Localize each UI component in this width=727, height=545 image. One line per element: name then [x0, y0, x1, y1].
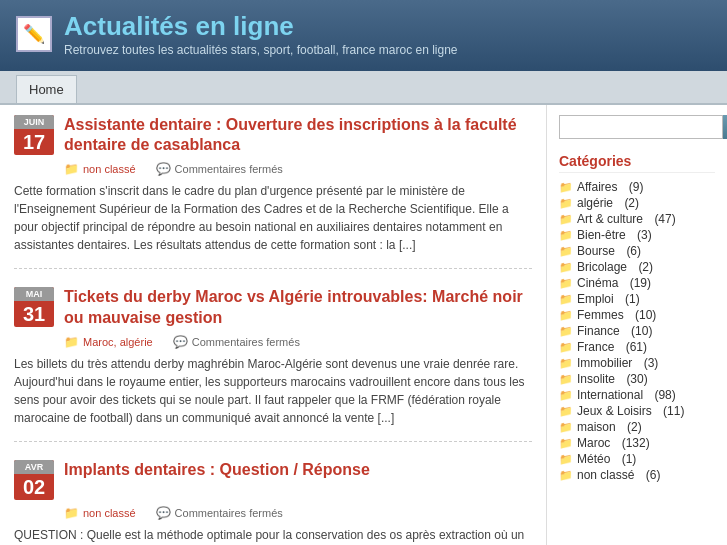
article-title-link[interactable]: Tickets du derby Maroc vs Algérie introu… [64, 288, 523, 326]
category-item: International (98) [559, 387, 715, 403]
comment-icon [173, 335, 188, 349]
category-link[interactable]: Maroc, algérie [83, 336, 153, 348]
folder-sm-icon [559, 212, 573, 226]
article-header: AVR 02 Implants dentaires : Question / R… [14, 460, 532, 500]
category-item: algérie (2) [559, 195, 715, 211]
article-meta: non classé Commentaires fermés [64, 506, 532, 520]
folder-sm-icon [559, 260, 573, 274]
category-count: (6) [646, 468, 661, 482]
folder-icon [64, 162, 79, 176]
category-link[interactable]: non classé [577, 468, 634, 482]
category-count: (2) [627, 420, 642, 434]
category-item: France (61) [559, 339, 715, 355]
article-header: JUIN 17 Assistante dentaire : Ouverture … [14, 115, 532, 157]
category-link[interactable]: Bourse [577, 244, 615, 258]
article-day: 02 [23, 476, 45, 498]
date-badge: JUIN 17 [14, 115, 54, 155]
article-category: Maroc, algérie [64, 335, 153, 349]
folder-sm-icon [559, 196, 573, 210]
category-count: (3) [637, 228, 652, 242]
category-link[interactable]: non classé [83, 163, 136, 175]
category-count: (19) [630, 276, 651, 290]
article-meta: Maroc, algérie Commentaires fermés [64, 335, 532, 349]
comment-icon [156, 162, 171, 176]
category-item: Affaires (9) [559, 179, 715, 195]
category-link[interactable]: Art & culture [577, 212, 643, 226]
article-list: JUIN 17 Assistante dentaire : Ouverture … [0, 105, 547, 545]
category-item: Jeux & Loisirs (11) [559, 403, 715, 419]
category-count: (3) [644, 356, 659, 370]
article-day: 31 [23, 303, 45, 325]
category-link[interactable]: Météo [577, 452, 610, 466]
category-count: (47) [654, 212, 675, 226]
category-link[interactable]: Immobilier [577, 356, 632, 370]
category-link[interactable]: Jeux & Loisirs [577, 404, 652, 418]
category-link[interactable]: Maroc [577, 436, 610, 450]
article-title-link[interactable]: Assistante dentaire : Ouverture des insc… [64, 116, 517, 154]
category-link[interactable]: Affaires [577, 180, 617, 194]
category-link[interactable]: Finance [577, 324, 620, 338]
article-title[interactable]: Implants dentaires : Question / Réponse [64, 460, 370, 481]
category-link[interactable]: algérie [577, 196, 613, 210]
article-meta: non classé Commentaires fermés [64, 162, 532, 176]
categories-title: Catégories [559, 153, 715, 173]
date-badge: MAI 31 [14, 287, 54, 327]
article-item: AVR 02 Implants dentaires : Question / R… [14, 460, 532, 545]
folder-sm-icon [559, 228, 573, 242]
main-wrapper: JUIN 17 Assistante dentaire : Ouverture … [0, 105, 727, 545]
category-item: Cinéma (19) [559, 275, 715, 291]
category-item: Météo (1) [559, 451, 715, 467]
comments-label: Commentaires fermés [175, 507, 283, 519]
category-item: Bourse (6) [559, 243, 715, 259]
category-link[interactable]: Bien-être [577, 228, 626, 242]
category-count: (98) [654, 388, 675, 402]
category-link[interactable]: maison [577, 420, 616, 434]
category-link[interactable]: France [577, 340, 614, 354]
category-count: (9) [629, 180, 644, 194]
search-button[interactable]: Search [723, 115, 727, 139]
main-nav: Home [0, 71, 727, 105]
comments-label: Commentaires fermés [192, 336, 300, 348]
header-text-block: Actualités en ligne Retrouvez toutes les… [64, 12, 458, 57]
article-header: MAI 31 Tickets du derby Maroc vs Algérie… [14, 287, 532, 329]
folder-sm-icon [559, 468, 573, 482]
category-item: Bricolage (2) [559, 259, 715, 275]
sidebar: Search Catégories Affaires (9)algérie (2… [547, 105, 727, 545]
article-title-link[interactable]: Implants dentaires : Question / Réponse [64, 461, 370, 478]
category-link[interactable]: Bricolage [577, 260, 627, 274]
folder-icon [64, 335, 79, 349]
category-link[interactable]: non classé [83, 507, 136, 519]
category-count: (1) [625, 292, 640, 306]
folder-sm-icon [559, 324, 573, 338]
folder-sm-icon [559, 244, 573, 258]
category-link[interactable]: Emploi [577, 292, 614, 306]
category-link[interactable]: Femmes [577, 308, 624, 322]
folder-sm-icon [559, 452, 573, 466]
folder-sm-icon [559, 372, 573, 386]
folder-sm-icon [559, 436, 573, 450]
folder-icon [64, 506, 79, 520]
category-count: (10) [635, 308, 656, 322]
category-count: (1) [622, 452, 637, 466]
folder-sm-icon [559, 308, 573, 322]
folder-sm-icon [559, 404, 573, 418]
article-body: Les billets du très attendu derby maghré… [14, 355, 532, 427]
category-item: Femmes (10) [559, 307, 715, 323]
comments-label: Commentaires fermés [175, 163, 283, 175]
category-count: (30) [626, 372, 647, 386]
category-count: (11) [663, 404, 684, 418]
category-item: non classé (6) [559, 467, 715, 483]
search-input[interactable] [559, 115, 723, 139]
date-badge: AVR 02 [14, 460, 54, 500]
category-count: (2) [624, 196, 639, 210]
nav-home[interactable]: Home [16, 75, 77, 103]
category-link[interactable]: Insolite [577, 372, 615, 386]
article-title[interactable]: Tickets du derby Maroc vs Algérie introu… [64, 287, 532, 329]
folder-sm-icon [559, 388, 573, 402]
article-title[interactable]: Assistante dentaire : Ouverture des insc… [64, 115, 532, 157]
category-link[interactable]: International [577, 388, 643, 402]
category-item: Maroc (132) [559, 435, 715, 451]
category-link[interactable]: Cinéma [577, 276, 618, 290]
article-comments: Commentaires fermés [156, 506, 283, 520]
folder-sm-icon [559, 356, 573, 370]
